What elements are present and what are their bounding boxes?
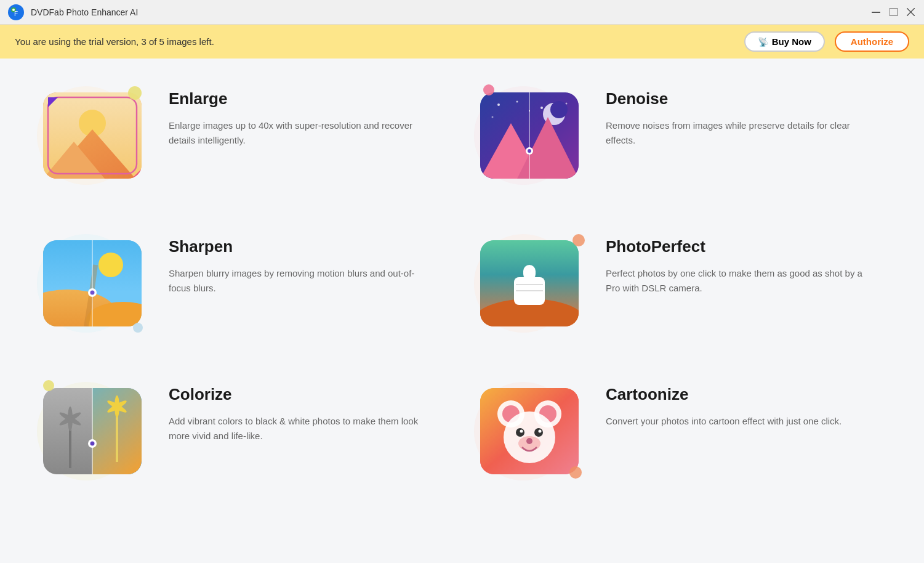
- svg-point-20: [492, 116, 494, 118]
- sharpen-text: Sharpen Sharpen blurry images by removin…: [169, 231, 431, 296]
- denoise-icon-wrap: [468, 83, 591, 188]
- cartoonize-icon-wrap: [468, 379, 591, 484]
- titlebar: F DVDFab Photo Enhancer AI: [0, 0, 924, 25]
- sharpen-title: Sharpen: [169, 237, 431, 256]
- denoise-title: Denoise: [606, 89, 868, 108]
- photoperfect-text: PhotoPerfect Perfect photos by one click…: [606, 231, 868, 296]
- svg-point-30: [98, 253, 123, 277]
- window-controls: [870, 6, 917, 18]
- colorize-desc: Add vibrant colors to black & white phot…: [169, 414, 431, 444]
- photoperfect-icon: [480, 240, 579, 326]
- svg-point-64: [520, 430, 523, 433]
- denoise-icon: [480, 92, 579, 179]
- feature-card-photoperfect[interactable]: PhotoPerfect Perfect photos by one click…: [462, 219, 874, 348]
- colorize-icon-wrap: [31, 379, 154, 484]
- colorize-icon: [43, 388, 142, 474]
- features-grid: Enlarge Enlarge images up to 40x with su…: [25, 71, 874, 496]
- svg-point-35: [90, 291, 95, 295]
- photoperfect-desc: Perfect photos by one click to make them…: [606, 266, 868, 296]
- svg-point-55: [90, 442, 95, 446]
- svg-rect-39: [523, 265, 536, 280]
- colorize-title: Colorize: [169, 385, 431, 404]
- enlarge-desc: Enlarge images up to 40x with super-reso…: [169, 118, 431, 148]
- trial-text: You are using the trial version, 3 of 5 …: [15, 36, 744, 47]
- feature-card-cartoonize[interactable]: Cartoonize Convert your photos into cart…: [462, 367, 874, 496]
- sharpen-icon-wrap: [31, 231, 154, 336]
- feature-card-enlarge[interactable]: Enlarge Enlarge images up to 40x with su…: [25, 71, 437, 200]
- denoise-text: Denoise Remove noises from images while …: [606, 83, 868, 148]
- close-button[interactable]: [904, 6, 917, 18]
- authorize-button[interactable]: Authorize: [835, 31, 909, 52]
- svg-point-19: [566, 103, 568, 105]
- app-logo: F: [7, 4, 25, 21]
- enlarge-icon-wrap: [31, 83, 154, 188]
- photoperfect-title: PhotoPerfect: [606, 237, 868, 256]
- colorize-text: Colorize Add vibrant colors to black & w…: [169, 379, 431, 444]
- svg-point-28: [528, 149, 531, 153]
- svg-text:F: F: [14, 10, 18, 17]
- svg-point-65: [539, 430, 542, 433]
- svg-point-62: [516, 428, 524, 437]
- enlarge-title: Enlarge: [169, 89, 431, 108]
- photoperfect-icon-wrap: [468, 231, 591, 336]
- app-title: DVDFab Photo Enhancer AI: [31, 7, 870, 17]
- denoise-desc: Remove noises from images while preserve…: [606, 118, 868, 148]
- main-content: Enlarge Enlarge images up to 40x with su…: [0, 59, 924, 563]
- maximize-button[interactable]: [887, 6, 899, 18]
- buy-now-button[interactable]: Buy Now: [744, 31, 825, 52]
- feature-card-denoise[interactable]: Denoise Remove noises from images while …: [462, 71, 874, 200]
- trial-banner: You are using the trial version, 3 of 5 …: [0, 25, 924, 59]
- svg-point-23: [550, 101, 568, 118]
- cartoonize-desc: Convert your photos into cartoon effect …: [606, 414, 868, 429]
- svg-point-67: [526, 438, 532, 444]
- enlarge-text: Enlarge Enlarge images up to 40x with su…: [169, 83, 431, 148]
- svg-point-17: [516, 101, 518, 103]
- svg-point-63: [534, 428, 543, 437]
- cartoonize-text: Cartoonize Convert your photos into cart…: [606, 379, 868, 429]
- sharpen-desc: Sharpen blurry images by removing motion…: [169, 266, 431, 296]
- enlarge-icon: [43, 92, 142, 179]
- feature-card-colorize[interactable]: Colorize Add vibrant colors to black & w…: [25, 367, 437, 496]
- svg-point-18: [540, 107, 543, 109]
- svg-rect-5: [890, 8, 898, 16]
- cartoonize-icon: [480, 388, 579, 474]
- svg-point-16: [497, 103, 500, 106]
- sharpen-icon: [43, 240, 142, 326]
- svg-rect-4: [872, 12, 880, 13]
- minimize-button[interactable]: [870, 6, 882, 18]
- cartoonize-title: Cartoonize: [606, 385, 868, 404]
- feature-card-sharpen[interactable]: Sharpen Sharpen blurry images by removin…: [25, 219, 437, 348]
